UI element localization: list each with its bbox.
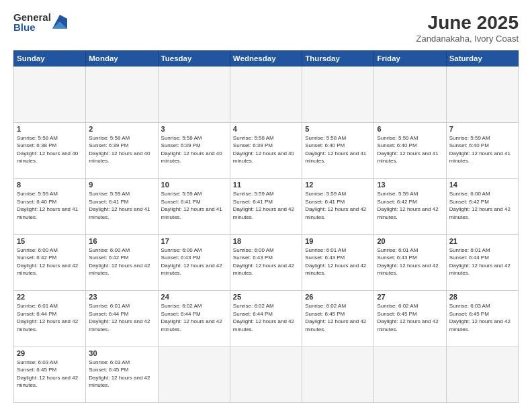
day-number: 20 [377, 237, 443, 245]
day-info: Sunrise: 5:59 AMSunset: 6:40 PMDaylight:… [377, 134, 443, 165]
col-sunday: Sunday [14, 51, 86, 66]
table-row [446, 66, 518, 123]
table-row [374, 66, 446, 123]
day-info: Sunrise: 5:59 AMSunset: 6:40 PMDaylight:… [17, 190, 83, 221]
col-saturday: Saturday [446, 51, 518, 66]
day-number: 12 [305, 181, 371, 189]
calendar-row: 15Sunrise: 6:00 AMSunset: 6:42 PMDayligh… [14, 234, 519, 291]
calendar-row [14, 66, 519, 123]
col-thursday: Thursday [302, 51, 374, 66]
table-row: 26Sunrise: 6:02 AMSunset: 6:45 PMDayligh… [302, 291, 374, 347]
table-row: 18Sunrise: 6:00 AMSunset: 6:43 PMDayligh… [230, 234, 302, 291]
table-row: 17Sunrise: 6:00 AMSunset: 6:43 PMDayligh… [158, 234, 230, 291]
table-row: 11Sunrise: 5:59 AMSunset: 6:41 PMDayligh… [230, 179, 302, 235]
day-info: Sunrise: 6:01 AMSunset: 6:44 PMDaylight:… [449, 246, 515, 277]
table-row: 9Sunrise: 5:59 AMSunset: 6:41 PMDaylight… [86, 179, 158, 235]
day-number: 26 [305, 293, 371, 301]
day-info: Sunrise: 5:58 AMSunset: 6:39 PMDaylight:… [89, 134, 154, 165]
table-row [158, 347, 230, 403]
table-row [230, 66, 302, 123]
day-info: Sunrise: 6:00 AMSunset: 6:43 PMDaylight:… [161, 246, 227, 277]
calendar-body: 1Sunrise: 5:58 AMSunset: 6:38 PMDaylight… [14, 66, 519, 403]
day-info: Sunrise: 6:00 AMSunset: 6:42 PMDaylight:… [17, 246, 83, 277]
day-number: 13 [377, 181, 443, 189]
day-info: Sunrise: 6:01 AMSunset: 6:44 PMDaylight:… [17, 302, 83, 333]
day-info: Sunrise: 6:03 AMSunset: 6:45 PMDaylight:… [17, 359, 83, 390]
logo-text: General Blue [13, 12, 51, 32]
table-row [302, 66, 374, 123]
day-number: 16 [89, 237, 154, 245]
table-row: 1Sunrise: 5:58 AMSunset: 6:38 PMDaylight… [14, 122, 86, 179]
col-friday: Friday [374, 51, 446, 66]
table-row: 4Sunrise: 5:58 AMSunset: 6:39 PMDaylight… [230, 122, 302, 179]
day-number: 9 [89, 181, 154, 189]
day-number: 7 [449, 125, 515, 133]
page: General Blue June 2025 Zandanakaha, Ivor… [0, 0, 532, 411]
table-row: 19Sunrise: 6:01 AMSunset: 6:43 PMDayligh… [302, 234, 374, 291]
day-info: Sunrise: 5:59 AMSunset: 6:41 PMDaylight:… [161, 190, 227, 221]
table-row: 25Sunrise: 6:02 AMSunset: 6:44 PMDayligh… [230, 291, 302, 347]
day-info: Sunrise: 5:59 AMSunset: 6:41 PMDaylight:… [233, 190, 299, 221]
calendar-row: 1Sunrise: 5:58 AMSunset: 6:38 PMDaylight… [14, 122, 519, 179]
day-info: Sunrise: 5:59 AMSunset: 6:42 PMDaylight:… [377, 190, 443, 221]
table-row: 22Sunrise: 6:01 AMSunset: 6:44 PMDayligh… [14, 291, 86, 347]
day-number: 28 [449, 293, 515, 301]
logo-blue: Blue [13, 22, 51, 32]
table-row: 30Sunrise: 6:03 AMSunset: 6:45 PMDayligh… [86, 347, 158, 403]
day-info: Sunrise: 6:00 AMSunset: 6:42 PMDaylight:… [449, 190, 515, 221]
table-row [14, 66, 86, 123]
day-info: Sunrise: 5:58 AMSunset: 6:40 PMDaylight:… [305, 134, 371, 165]
logo-general: General [13, 12, 51, 22]
table-row: 24Sunrise: 6:02 AMSunset: 6:44 PMDayligh… [158, 291, 230, 347]
logo: General Blue [13, 12, 67, 32]
day-info: Sunrise: 6:02 AMSunset: 6:44 PMDaylight:… [161, 302, 227, 333]
table-row [230, 347, 302, 403]
calendar-row: 22Sunrise: 6:01 AMSunset: 6:44 PMDayligh… [14, 291, 519, 347]
day-info: Sunrise: 5:59 AMSunset: 6:41 PMDaylight:… [89, 190, 154, 221]
table-row: 2Sunrise: 5:58 AMSunset: 6:39 PMDaylight… [86, 122, 158, 179]
day-info: Sunrise: 6:03 AMSunset: 6:45 PMDaylight:… [449, 302, 515, 333]
table-row [158, 66, 230, 123]
day-number: 1 [17, 125, 83, 133]
day-number: 29 [17, 349, 83, 357]
day-number: 24 [161, 293, 227, 301]
table-row: 14Sunrise: 6:00 AMSunset: 6:42 PMDayligh… [446, 179, 518, 235]
day-info: Sunrise: 6:02 AMSunset: 6:45 PMDaylight:… [305, 302, 371, 333]
day-number: 18 [233, 237, 299, 245]
day-info: Sunrise: 6:01 AMSunset: 6:43 PMDaylight:… [305, 246, 371, 277]
calendar-row: 8Sunrise: 5:59 AMSunset: 6:40 PMDaylight… [14, 179, 519, 235]
col-monday: Monday [86, 51, 158, 66]
day-number: 6 [377, 125, 443, 133]
day-info: Sunrise: 6:02 AMSunset: 6:44 PMDaylight:… [233, 302, 299, 333]
day-number: 10 [161, 181, 227, 189]
day-number: 23 [89, 293, 154, 301]
day-number: 19 [305, 237, 371, 245]
day-info: Sunrise: 5:58 AMSunset: 6:39 PMDaylight:… [233, 134, 299, 165]
table-row: 10Sunrise: 5:59 AMSunset: 6:41 PMDayligh… [158, 179, 230, 235]
day-info: Sunrise: 6:02 AMSunset: 6:45 PMDaylight:… [377, 302, 443, 333]
logo-icon [52, 15, 67, 30]
table-row: 12Sunrise: 5:59 AMSunset: 6:41 PMDayligh… [302, 179, 374, 235]
calendar-row: 29Sunrise: 6:03 AMSunset: 6:45 PMDayligh… [14, 347, 519, 403]
day-info: Sunrise: 5:58 AMSunset: 6:39 PMDaylight:… [161, 134, 227, 165]
calendar-table: Sunday Monday Tuesday Wednesday Thursday… [13, 50, 519, 403]
table-row: 27Sunrise: 6:02 AMSunset: 6:45 PMDayligh… [374, 291, 446, 347]
day-info: Sunrise: 5:58 AMSunset: 6:38 PMDaylight:… [17, 134, 83, 165]
table-row: 20Sunrise: 6:01 AMSunset: 6:43 PMDayligh… [374, 234, 446, 291]
day-info: Sunrise: 6:00 AMSunset: 6:43 PMDaylight:… [233, 246, 299, 277]
location-subtitle: Zandanakaha, Ivory Coast [416, 34, 519, 44]
day-info: Sunrise: 6:01 AMSunset: 6:43 PMDaylight:… [377, 246, 443, 277]
month-title: June 2025 [416, 12, 519, 34]
table-row [374, 347, 446, 403]
day-number: 27 [377, 293, 443, 301]
table-row: 29Sunrise: 6:03 AMSunset: 6:45 PMDayligh… [14, 347, 86, 403]
table-row: 13Sunrise: 5:59 AMSunset: 6:42 PMDayligh… [374, 179, 446, 235]
table-row: 28Sunrise: 6:03 AMSunset: 6:45 PMDayligh… [446, 291, 518, 347]
table-row: 8Sunrise: 5:59 AMSunset: 6:40 PMDaylight… [14, 179, 86, 235]
calendar-header-row: Sunday Monday Tuesday Wednesday Thursday… [14, 51, 519, 66]
table-row: 21Sunrise: 6:01 AMSunset: 6:44 PMDayligh… [446, 234, 518, 291]
day-number: 4 [233, 125, 299, 133]
day-number: 14 [449, 181, 515, 189]
table-row: 7Sunrise: 5:59 AMSunset: 6:40 PMDaylight… [446, 122, 518, 179]
table-row: 3Sunrise: 5:58 AMSunset: 6:39 PMDaylight… [158, 122, 230, 179]
